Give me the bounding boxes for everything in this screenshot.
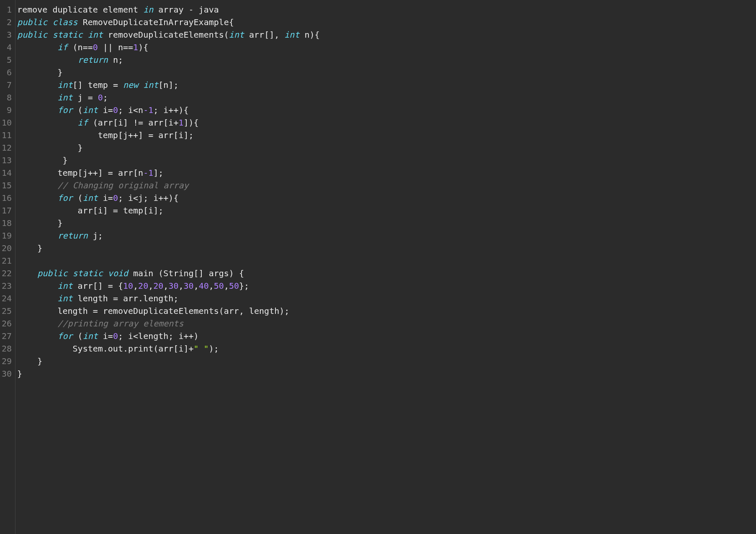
code-line[interactable]: } — [17, 217, 756, 229]
token-type: void — [108, 268, 128, 278]
token-comment: // Changing original array — [57, 180, 198, 190]
line-number: 8 — [2, 91, 13, 104]
line-number: 6 — [2, 66, 13, 79]
code-line[interactable]: int arr[] = {10,20,20,30,30,40,50,50}; — [17, 280, 756, 292]
code-line[interactable]: System.out.print(arr[i]+" "); — [17, 342, 756, 355]
code-line[interactable]: public static int removeDuplicateElement… — [17, 28, 756, 41]
token-keyword: static — [52, 30, 82, 40]
token-default: j; — [88, 231, 113, 241]
code-line[interactable]: for (int i=0; i<length; i++) — [17, 330, 756, 342]
code-line[interactable]: } — [17, 367, 756, 380]
token-default: length = arr.length; — [73, 293, 189, 303]
token-default: System.out.print(arr[i]+ — [17, 344, 193, 354]
token-default: n){ — [299, 30, 329, 40]
code-line[interactable]: // Changing original array — [17, 179, 756, 192]
code-line[interactable]: } — [17, 154, 756, 167]
token-default: ( — [73, 193, 83, 203]
token-keyword: static — [73, 268, 103, 278]
token-default: ; i<j; i++){ — [118, 193, 189, 203]
token-type: int — [83, 331, 98, 341]
line-number: 2 — [2, 16, 13, 28]
line-number: 20 — [2, 242, 13, 254]
token-default: , — [178, 281, 183, 291]
token-default: length = removeDuplicateElements(arr, le… — [17, 306, 299, 316]
token-default: } — [17, 143, 93, 153]
line-number: 28 — [2, 342, 13, 355]
token-default — [17, 331, 57, 341]
token-keyword: return — [57, 231, 87, 241]
token-default: n; — [108, 55, 133, 65]
token-default — [47, 30, 52, 40]
token-keyword: if — [57, 42, 67, 52]
token-number: 30 — [184, 281, 194, 291]
token-default: [n]; — [158, 80, 188, 90]
token-keyword: in — [143, 5, 153, 15]
code-line[interactable]: arr[i] = temp[i]; — [17, 204, 756, 217]
line-number: 11 — [2, 129, 13, 141]
line-number: 12 — [2, 141, 13, 154]
token-default: ){ — [138, 42, 158, 52]
code-line[interactable]: temp[j++] = arr[n-1]; — [17, 167, 756, 179]
code-line[interactable] — [17, 254, 756, 267]
token-type: int — [57, 80, 72, 90]
token-keyword: return — [78, 55, 108, 65]
code-view[interactable]: remove duplicate element in array - java… — [15, 0, 756, 534]
code-line[interactable]: for (int i=0; i<n-1; i++){ — [17, 104, 756, 116]
code-line[interactable]: if (n==0 || n==1){ — [17, 41, 756, 54]
token-string: " " — [194, 344, 209, 354]
token-default — [68, 268, 73, 278]
code-line[interactable]: for (int i=0; i<j; i++){ — [17, 192, 756, 204]
code-line[interactable]: length = removeDuplicateElements(arr, le… — [17, 305, 756, 317]
code-line[interactable]: temp[j++] = arr[i]; — [17, 129, 756, 141]
code-line[interactable]: int j = 0; — [17, 91, 756, 104]
code-editor: 1234567891011121314151617181920212223242… — [0, 0, 756, 534]
token-number: 0 — [98, 92, 103, 103]
line-number: 17 — [2, 204, 13, 217]
code-line[interactable]: } — [17, 66, 756, 79]
token-default: i= — [98, 331, 113, 341]
line-number: 18 — [2, 217, 13, 229]
token-number: 40 — [199, 281, 209, 291]
token-default — [17, 42, 57, 52]
code-line[interactable]: return n; — [17, 54, 756, 66]
code-line[interactable]: remove duplicate element in array - java — [17, 3, 756, 16]
code-line[interactable]: int[] temp = new int[n]; — [17, 79, 756, 91]
line-number: 23 — [2, 280, 13, 292]
token-default: , — [224, 281, 229, 291]
token-default — [138, 80, 143, 90]
code-line[interactable]: if (arr[i] != arr[i+1]){ — [17, 116, 756, 129]
token-type: int — [88, 30, 103, 40]
token-default: , — [148, 281, 153, 291]
code-line[interactable]: } — [17, 242, 756, 254]
token-number: 20 — [138, 281, 148, 291]
line-number-gutter: 1234567891011121314151617181920212223242… — [0, 0, 15, 534]
token-keyword: if — [78, 118, 88, 128]
token-default: }; — [239, 281, 259, 291]
line-number: 10 — [2, 116, 13, 129]
line-number: 24 — [2, 292, 13, 305]
token-default — [17, 180, 57, 190]
code-line[interactable]: } — [17, 355, 756, 367]
token-default: ; i++){ — [153, 105, 198, 115]
code-line[interactable]: int length = arr.length; — [17, 292, 756, 305]
code-line[interactable]: //printing array elements — [17, 317, 756, 330]
token-number: 0 — [113, 193, 118, 203]
code-line[interactable]: public class RemoveDuplicateInArrayExamp… — [17, 16, 756, 28]
token-default: [] temp = — [73, 80, 123, 90]
token-default: , — [209, 281, 214, 291]
token-default — [103, 268, 108, 278]
token-keyword: class — [52, 17, 77, 27]
token-default — [17, 318, 57, 329]
token-type: int — [284, 30, 299, 40]
token-default: (arr[i] != arr[i+ — [88, 118, 179, 128]
code-line[interactable]: } — [17, 141, 756, 154]
line-number: 13 — [2, 154, 13, 167]
token-default — [17, 231, 57, 241]
token-default — [17, 80, 57, 90]
code-line[interactable]: return j; — [17, 229, 756, 242]
token-default: ]; — [153, 168, 188, 178]
code-line[interactable]: public static void main (String[] args) … — [17, 267, 756, 280]
token-default — [17, 92, 57, 103]
token-default: j = — [73, 92, 98, 103]
token-default: i= — [98, 193, 113, 203]
